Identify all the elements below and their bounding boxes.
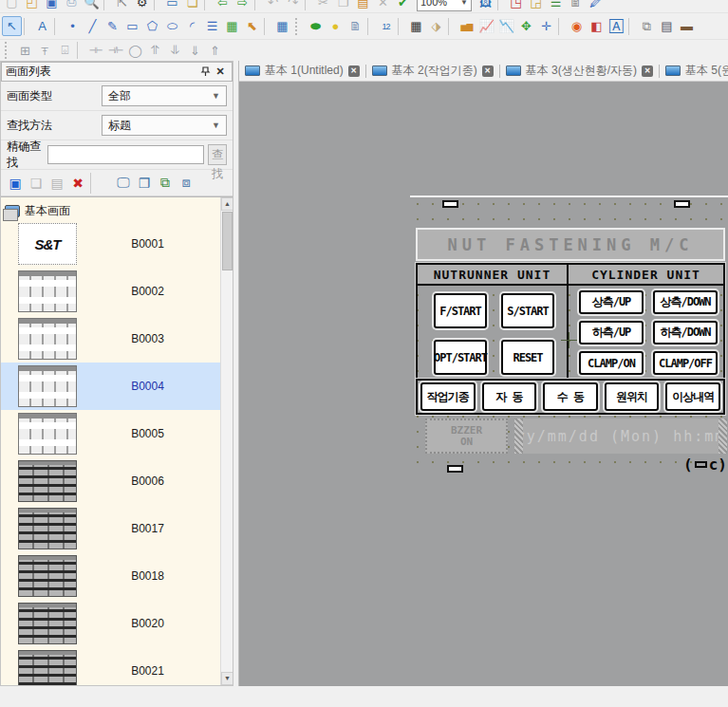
lamp-object-icon[interactable]: ● [326,16,345,36]
separator[interactable] [398,18,404,35]
list-group-header[interactable]: 基本画面 [1,197,220,220]
read-device-icon[interactable]: ⇑ [205,41,225,61]
comment-object-icon[interactable]: 🗎 [345,16,365,36]
filter-dropdown[interactable]: 全部 ▼ [102,85,227,106]
new-project-icon[interactable]: ▢ [2,0,22,12]
rect-tool-icon[interactable]: ▭ [122,16,142,36]
line-tool-icon[interactable]: ╱ [83,16,103,36]
image-tool-icon[interactable]: ▦ [222,16,242,36]
window-position-icon[interactable]: ⧉ [637,16,657,36]
text-tool-icon[interactable]: A [32,16,52,36]
separator[interactable] [204,0,211,10]
library-acquire-icon[interactable]: ◳ [506,0,526,12]
grip[interactable] [295,18,303,35]
report-text-icon[interactable]: 🝨 [35,41,55,61]
separator[interactable] [77,42,84,59]
property-sheet-icon[interactable]: ☰ [546,0,566,12]
delete-screen-button[interactable]: ✖ [67,173,88,194]
reset-button[interactable]: RESET [501,340,554,375]
dot-tool-icon[interactable]: • [63,16,83,36]
auto-button[interactable]: 자 동 [482,382,537,411]
screen-image-icon[interactable]: 🖼 [476,0,495,12]
separator[interactable] [254,0,261,10]
manual-button[interactable]: 수 동 [543,382,598,411]
search-button[interactable]: 查找 [208,144,227,165]
screen-list-item[interactable]: B0018 [1,552,220,600]
list-scrollbar[interactable]: ▲ ▼ [220,197,233,685]
separator[interactable] [24,18,30,35]
application-down-icon[interactable]: ⥥ [165,41,185,61]
separator[interactable] [497,0,504,10]
parts-display-icon[interactable]: ◧ [587,16,607,36]
open-project-icon[interactable]: ◰ [22,0,42,12]
select-tool-icon[interactable]: ↖ [2,16,22,36]
close-icon[interactable]: ✕ [213,65,228,80]
next-screen-icon[interactable]: ⇨ [233,0,252,12]
separator[interactable] [367,18,374,35]
print-preview-icon[interactable]: ⎙ [62,0,82,12]
library-register-icon[interactable]: ◲ [526,0,546,12]
optstart-button[interactable]: OPT/START [434,340,487,375]
display-monitor-button[interactable]: 🖵 [113,173,134,194]
separator[interactable] [154,0,160,10]
copy-screen-icon[interactable]: ❏ [182,0,202,12]
tab-close-icon[interactable]: ✕ [642,65,653,77]
screen-list-item[interactable]: B0004 [1,363,220,410]
separator[interactable] [628,18,635,35]
utilize-screen-button[interactable]: ⧈ [176,173,196,194]
device-icon[interactable]: ▬ [677,16,697,36]
report-line-icon[interactable]: ⊞ [15,41,35,61]
undo-icon[interactable]: ↶ [263,0,283,12]
datetime-display[interactable]: yy/mm/dd (Mon) hh:mm [514,419,727,454]
import-image-icon[interactable]: ⬉ [242,16,262,36]
delete-icon[interactable]: ✕ [373,0,393,12]
copy-screen-button[interactable]: ❏ [26,173,47,194]
buzzer-on-button[interactable]: BZZER ON [425,419,508,454]
error-history-button[interactable]: 이상내역 [665,382,720,411]
screen-list-item[interactable]: B0006 [1,457,220,505]
design-top-line[interactable] [410,195,728,197]
prev-screen-icon[interactable]: ⇦ [213,0,233,12]
touch-key-marker[interactable] [674,200,690,208]
alarm-object-icon[interactable]: ◉ [567,16,587,36]
touch-key-marker[interactable] [447,465,463,473]
new-screen-button[interactable]: ▣ [5,173,26,194]
contact-open-icon[interactable]: ⊣⊢ [85,41,105,61]
system-gear-icon[interactable]: ⚙ [132,0,152,12]
polygon-tool-icon[interactable]: ⬠ [142,16,162,36]
separator[interactable] [90,173,111,194]
meter-icon[interactable]: ✛ [536,16,556,36]
polyline-tool-icon[interactable]: ✎ [103,16,122,36]
edit-comment-icon[interactable]: 🖉 [586,0,606,12]
tab-close-icon[interactable]: ✕ [348,65,360,77]
scale-tool-icon[interactable]: ☰ [202,16,222,36]
search-input[interactable] [47,145,204,164]
home-position-button[interactable]: 원위치 [605,382,660,411]
screen-list-item[interactable]: B0005 [1,410,220,457]
separator[interactable] [448,18,455,35]
pin-icon[interactable] [197,65,213,80]
cascade-screens-button[interactable]: ❐ [134,173,155,194]
paste-icon[interactable]: ▤ [353,0,373,12]
report-label-icon[interactable]: ⌻ [55,41,75,61]
redo-icon[interactable]: ↷ [283,0,303,12]
cut-icon[interactable]: ✂ [313,0,333,12]
separator[interactable] [103,0,110,10]
search-icon[interactable]: 🔍 [82,0,102,12]
line-graph-icon[interactable]: 📉 [496,16,516,36]
screen-list-item[interactable]: B0021 [1,647,220,685]
screen-tab[interactable]: 基本 3(생산현황/자동) ✕ [500,61,659,82]
table-tool-icon[interactable]: ▦ [272,16,292,36]
new-screen-icon[interactable]: ▭ [162,0,182,12]
separator[interactable] [558,18,565,35]
clamp-off-button[interactable]: CLAMP/OFF [653,351,718,375]
work-model-button[interactable]: 작업기종 [420,382,476,411]
film-icon[interactable]: ▤ [657,16,677,36]
touch-key-marker[interactable] [442,200,458,208]
statistics-graph-icon[interactable]: 📈 [476,16,496,36]
screen-tab[interactable]: 基本 1(Untitled) ✕ [239,61,365,82]
screen-list-item[interactable]: B0020 [1,600,220,647]
sstart-button[interactable]: S/START [501,293,554,328]
fstart-button[interactable]: F/START [434,293,487,328]
write-device-icon[interactable]: ⇓ [185,41,205,61]
